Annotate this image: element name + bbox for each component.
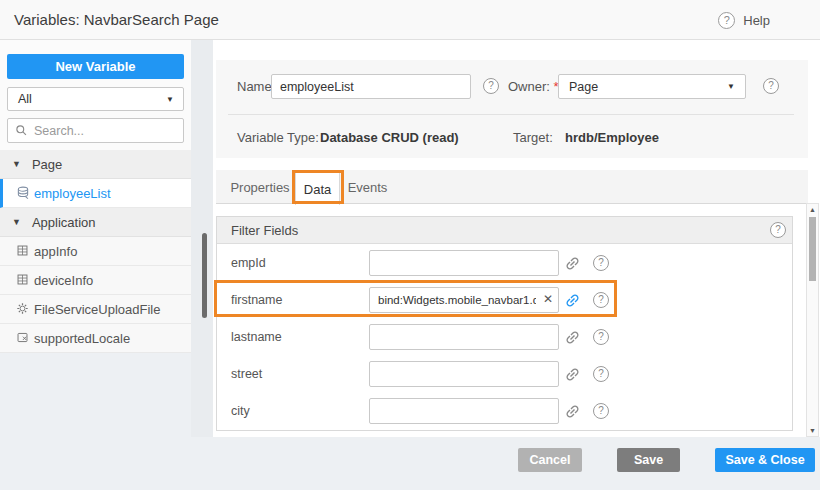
locale-icon bbox=[16, 331, 30, 345]
variable-filter-select[interactable]: All ▼ bbox=[7, 87, 184, 111]
filter-fields-help-icon[interactable]: ? bbox=[770, 222, 786, 238]
filter-row-lastname: lastname ? bbox=[217, 319, 792, 356]
help-button[interactable]: ? Help bbox=[718, 0, 770, 40]
bind-link-icon[interactable] bbox=[564, 329, 581, 346]
content-scrollbar[interactable]: ▲ ▼ bbox=[806, 203, 819, 437]
field-label: city bbox=[231, 404, 250, 418]
tab-data[interactable]: Data bbox=[295, 170, 340, 205]
bind-link-icon[interactable] bbox=[564, 255, 581, 272]
tree-item-employeelist[interactable]: employeeList bbox=[0, 179, 191, 208]
bind-link-icon[interactable] bbox=[564, 403, 581, 420]
city-input[interactable] bbox=[369, 398, 559, 424]
tree-group-application[interactable]: ▼ Application bbox=[0, 208, 191, 237]
field-help-icon[interactable]: ? bbox=[593, 255, 609, 271]
street-input[interactable] bbox=[369, 361, 559, 387]
tree-group-page[interactable]: ▼ Page bbox=[0, 150, 191, 179]
field-help-icon[interactable]: ? bbox=[593, 403, 609, 419]
filter-fields-panel: Filter Fields ? empId ? firstname ✕ ? bbox=[216, 216, 793, 431]
filter-fields-title: Filter Fields bbox=[231, 223, 770, 238]
bind-link-icon-active[interactable] bbox=[564, 292, 581, 309]
page-title: Variables: NavbarSearch Page bbox=[14, 0, 219, 40]
tree-item-label: appInfo bbox=[34, 244, 77, 259]
field-label: lastname bbox=[231, 330, 282, 344]
tree-collapse-icon[interactable]: ▼ bbox=[12, 217, 21, 227]
field-label: empId bbox=[231, 256, 266, 270]
filter-row-empid: empId ? bbox=[217, 245, 792, 282]
filter-fields-header: Filter Fields ? bbox=[217, 217, 792, 244]
owner-label: Owner: * bbox=[508, 79, 559, 94]
tab-bar: Properties Data Events bbox=[216, 170, 808, 204]
owner-help-icon[interactable]: ? bbox=[763, 78, 779, 94]
field-label: firstname bbox=[231, 293, 282, 307]
clear-binding-icon[interactable]: ✕ bbox=[543, 292, 553, 306]
tree-group-label: Page bbox=[32, 157, 62, 172]
variable-filter-value: All bbox=[18, 92, 32, 106]
save-button[interactable]: Save bbox=[617, 448, 680, 472]
tree-item-label: deviceInfo bbox=[34, 273, 93, 288]
bind-link-icon[interactable] bbox=[564, 366, 581, 383]
search-box[interactable] bbox=[7, 118, 184, 143]
tree-group-label: Application bbox=[32, 215, 96, 230]
filter-row-firstname: firstname ✕ ? bbox=[217, 282, 792, 319]
owner-value: Page bbox=[569, 80, 598, 94]
scroll-up-icon[interactable]: ▲ bbox=[807, 206, 818, 213]
scrollbar-thumb[interactable] bbox=[809, 217, 816, 281]
grid-icon bbox=[16, 244, 30, 258]
cancel-button[interactable]: Cancel bbox=[518, 448, 582, 472]
tree-item-appinfo[interactable]: appInfo bbox=[0, 237, 191, 266]
field-label: street bbox=[231, 367, 262, 381]
search-icon bbox=[15, 124, 28, 137]
search-input[interactable] bbox=[34, 124, 164, 138]
gear-icon bbox=[16, 302, 30, 316]
tab-properties[interactable]: Properties bbox=[225, 170, 295, 204]
chevron-down-icon: ▼ bbox=[166, 95, 174, 104]
new-variable-button[interactable]: New Variable bbox=[7, 54, 184, 79]
help-question-icon: ? bbox=[718, 12, 735, 29]
tab-events[interactable]: Events bbox=[340, 170, 395, 204]
tree-collapse-icon[interactable]: ▼ bbox=[12, 159, 21, 169]
field-help-icon[interactable]: ? bbox=[593, 329, 609, 345]
variable-type-value: Database CRUD (read) bbox=[320, 130, 459, 145]
filter-row-street: street ? bbox=[217, 356, 792, 393]
field-help-icon[interactable]: ? bbox=[593, 366, 609, 382]
tree-item-supportedlocale[interactable]: supportedLocale bbox=[0, 324, 191, 353]
form-separator bbox=[228, 114, 794, 115]
variable-type-label: Variable Type: bbox=[237, 130, 319, 145]
filter-row-city: city ? bbox=[217, 393, 792, 430]
tree-item-label: employeeList bbox=[34, 186, 111, 201]
help-label: Help bbox=[743, 13, 770, 28]
lastname-input[interactable] bbox=[369, 324, 559, 350]
target-value: hrdb/Employee bbox=[565, 130, 659, 145]
variable-summary-panel: Name: * ? Owner: * Page ▼ ? Variable Typ… bbox=[216, 60, 808, 158]
tree-item-fileserviceuploadfile[interactable]: FileServiceUploadFile bbox=[0, 295, 191, 324]
variables-dialog: Variables: NavbarSearch Page ? Help New … bbox=[0, 0, 820, 490]
dialog-header: Variables: NavbarSearch Page ? Help bbox=[0, 0, 820, 40]
tree-item-label: supportedLocale bbox=[34, 331, 130, 346]
grid-icon bbox=[16, 273, 30, 287]
name-input[interactable] bbox=[271, 74, 471, 99]
target-label: Target: bbox=[513, 130, 553, 145]
save-and-close-button[interactable]: Save & Close bbox=[715, 448, 815, 472]
scroll-down-icon[interactable]: ▼ bbox=[807, 427, 818, 434]
empid-input[interactable] bbox=[369, 250, 559, 276]
field-help-icon[interactable]: ? bbox=[593, 292, 609, 308]
owner-select[interactable]: Page ▼ bbox=[558, 74, 746, 99]
tree-item-deviceinfo[interactable]: deviceInfo bbox=[0, 266, 191, 295]
name-help-icon[interactable]: ? bbox=[483, 78, 499, 94]
sidebar-scrollbar-thumb[interactable] bbox=[202, 233, 207, 318]
tree-item-label: FileServiceUploadFile bbox=[34, 302, 160, 317]
firstname-input[interactable] bbox=[369, 287, 559, 313]
chevron-down-icon: ▼ bbox=[727, 82, 735, 91]
database-icon bbox=[16, 186, 30, 200]
